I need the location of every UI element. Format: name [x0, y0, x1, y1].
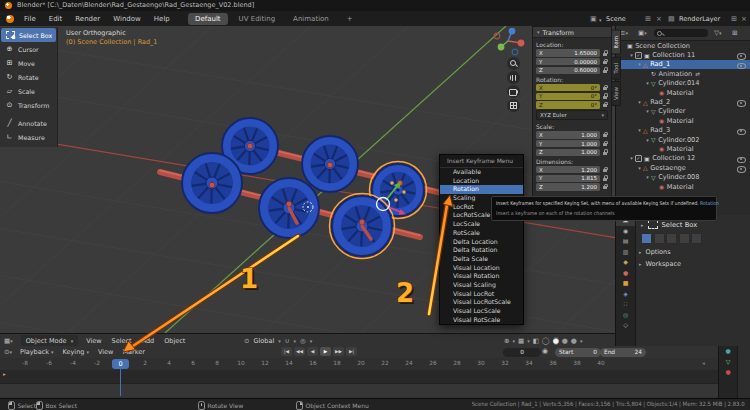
- menu-item-locscale[interactable]: LocScale: [440, 220, 523, 229]
- overlays-icon[interactable]: ▦: [518, 337, 524, 345]
- dimensions-y-field[interactable]: Y1.815: [536, 174, 608, 182]
- timeline-channels[interactable]: [0, 370, 718, 383]
- tool-cursor[interactable]: ⊕Cursor: [1, 42, 56, 56]
- blender-menu-icon[interactable]: [6, 15, 14, 23]
- expand-caret-icon[interactable]: ▾: [636, 165, 643, 171]
- lock-icon[interactable]: [602, 141, 608, 147]
- properties-tab-render[interactable]: ◉: [616, 226, 635, 237]
- tool-scale[interactable]: ▱Scale: [1, 84, 56, 98]
- menu-item-visual-locrotscale[interactable]: Visual LocRotScale: [440, 298, 523, 307]
- outliner-row-material[interactable]: ◉Material: [616, 88, 750, 97]
- new-collection-icon[interactable]: ⊞: [732, 29, 737, 37]
- timeline-menu-view[interactable]: View: [98, 348, 113, 356]
- camera-view-icon[interactable]: [507, 85, 520, 98]
- scene-selector[interactable]: Scene: [606, 15, 626, 23]
- sidebar-tab-tool[interactable]: Tool: [611, 57, 621, 80]
- scene-dropdown-caret[interactable]: ▾: [599, 17, 602, 23]
- current-frame-field[interactable]: 0: [503, 348, 541, 357]
- viewport-menu-view[interactable]: View: [86, 337, 101, 345]
- expand-caret-icon[interactable]: ▾: [644, 174, 651, 180]
- value-field[interactable]: X1.200: [536, 166, 600, 173]
- expand-caret-icon[interactable]: ▾: [636, 99, 643, 105]
- outliner-row-cylinder[interactable]: ▾▽Cylinder: [616, 107, 750, 116]
- lock-icon[interactable]: [602, 93, 608, 99]
- menu-help[interactable]: Help: [154, 15, 170, 23]
- properties-tab-modifiers[interactable]: ◈: [616, 289, 635, 300]
- frame-end-field[interactable]: End24: [600, 348, 646, 357]
- menu-edit[interactable]: Edit: [49, 15, 63, 23]
- shading-wireframe-icon[interactable]: ◯: [542, 337, 550, 345]
- zoom-icon[interactable]: [507, 57, 520, 70]
- value-field[interactable]: Y1.815: [536, 175, 600, 182]
- rotation-z-field[interactable]: Z0°: [536, 101, 608, 109]
- lock-icon[interactable]: [602, 50, 608, 56]
- menu-item-visual-locrot[interactable]: Visual LocRot: [440, 290, 523, 299]
- timeline-editor-icon[interactable]: ⊙▾: [4, 348, 12, 356]
- tool-rotate[interactable]: ↻Rotate: [1, 70, 56, 84]
- lock-icon[interactable]: [602, 184, 608, 190]
- properties-tab-physics[interactable]: ◎: [616, 310, 635, 321]
- lock-icon[interactable]: [602, 175, 608, 181]
- lock-icon[interactable]: [602, 67, 608, 73]
- active-tool-header[interactable]: ▸ Select Box: [641, 220, 697, 229]
- lock-icon[interactable]: [602, 132, 608, 138]
- value-field[interactable]: Z1.200: [536, 183, 600, 190]
- collection-checkbox[interactable]: ✓: [635, 52, 642, 59]
- menu-item-location[interactable]: Location: [440, 177, 523, 186]
- expand-caret-icon[interactable]: ▾: [636, 127, 643, 133]
- scale-z-field[interactable]: Z1.000: [536, 148, 608, 156]
- display-mode-icon[interactable]: ≡▾: [620, 29, 628, 37]
- lock-icon[interactable]: [602, 102, 608, 108]
- rotation-x-field[interactable]: X0°: [536, 84, 608, 92]
- menu-item-delta-rotation[interactable]: Delta Rotation: [440, 246, 523, 255]
- sidebar-tab-view[interactable]: View: [611, 81, 621, 106]
- mode-dropdown[interactable]: Object Mode▾: [21, 335, 78, 346]
- lock-icon[interactable]: [602, 149, 608, 155]
- shading-material-icon[interactable]: ●: [562, 337, 568, 345]
- select-mode-0[interactable]: [641, 233, 652, 244]
- outliner-row-material[interactable]: ◉Material: [616, 144, 750, 153]
- lock-icon[interactable]: [602, 59, 608, 65]
- pivot-icon[interactable]: ⊙: [244, 337, 249, 345]
- outliner-row-rad-2[interactable]: ▾△Rad_2: [616, 97, 750, 106]
- outliner-row-cylinder-014[interactable]: ▾▽Cylinder.014: [616, 79, 750, 88]
- menu-item-visual-rotation[interactable]: Visual Rotation: [440, 272, 523, 281]
- menu-item-delta-location[interactable]: Delta Location: [440, 238, 523, 247]
- properties-tab-scene[interactable]: ◆: [616, 257, 635, 268]
- expand-caret-icon[interactable]: ▾: [628, 52, 635, 58]
- new-renderlayer-icon[interactable]: ⊞: [731, 15, 737, 23]
- location-y-field[interactable]: Y0.00000: [536, 58, 608, 66]
- close-renderlayer-icon[interactable]: ×: [741, 15, 747, 23]
- select-mode-3[interactable]: [679, 233, 690, 244]
- workspace-section[interactable]: ▸Workspace: [639, 260, 681, 268]
- timeline-menu-marker[interactable]: Marker: [122, 348, 144, 356]
- tool-measure[interactable]: ∟Measure: [1, 130, 56, 144]
- play-reverse-button[interactable]: ◀: [307, 347, 318, 356]
- tool-move[interactable]: ⊞Move: [1, 56, 56, 70]
- play-button[interactable]: ▶: [320, 347, 331, 356]
- value-field[interactable]: X0°: [536, 84, 600, 91]
- location-z-field[interactable]: Z0.60000: [536, 66, 608, 74]
- menu-item-rotation[interactable]: Rotation: [440, 185, 523, 194]
- jump-to-start-button[interactable]: |◀: [281, 347, 292, 356]
- sidebar-tab-item[interactable]: Item: [611, 30, 621, 55]
- expand-caret-icon[interactable]: ▾: [636, 61, 643, 67]
- properties-tab-material[interactable]: ●: [719, 367, 737, 378]
- tab-animation[interactable]: Animation: [286, 13, 336, 25]
- outliner-row-animation[interactable]: ↻Animation⇄: [616, 69, 750, 78]
- add-workspace-button[interactable]: +: [340, 13, 360, 25]
- pan-icon[interactable]: [507, 71, 520, 84]
- outliner-row-collection-11[interactable]: ▾✓▣Collection 11: [616, 50, 750, 59]
- value-field[interactable]: X1.000: [536, 131, 600, 138]
- menu-item-visual-scaling[interactable]: Visual Scaling: [440, 281, 523, 290]
- new-scene-icon[interactable]: ⊞: [645, 15, 651, 23]
- value-field[interactable]: Y1.000: [536, 140, 600, 147]
- select-mode-2[interactable]: [666, 233, 677, 244]
- outliner-row-collection-12[interactable]: ▾✓▣Collection 12: [616, 154, 750, 163]
- orientation-caret[interactable]: ▾: [278, 338, 281, 344]
- properties-tab-physics[interactable]: ●: [719, 346, 737, 357]
- snap-magnet-icon[interactable]: ∪: [285, 337, 290, 345]
- outliner-row-material[interactable]: ◉Material: [616, 182, 750, 191]
- collection-checkbox[interactable]: ✓: [635, 155, 642, 162]
- navigation-gizmo[interactable]: [490, 28, 530, 58]
